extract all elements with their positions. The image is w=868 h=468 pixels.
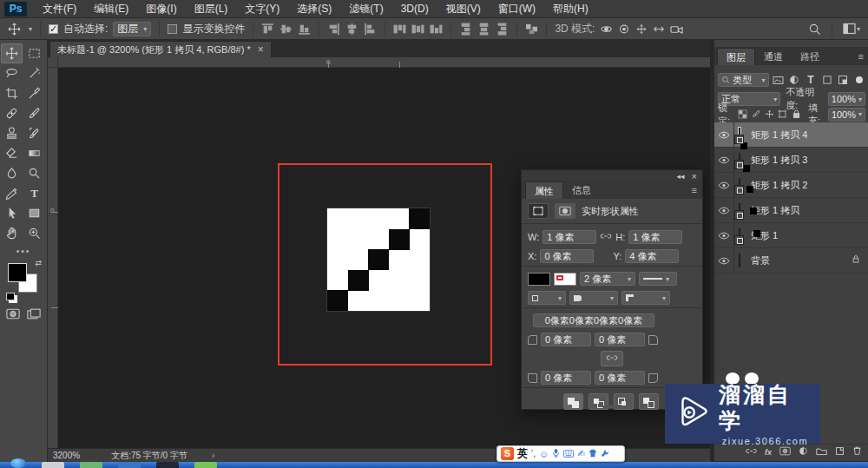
mask-properties-icon[interactable] xyxy=(555,203,575,219)
layer-row-rect1-copy2[interactable]: 矩形 1 拷贝 2 xyxy=(714,173,868,198)
rectangle-shape-tool[interactable] xyxy=(23,203,45,223)
stroke-caps-dropdown[interactable]: ▾ xyxy=(569,291,618,305)
screen-mode-icon[interactable] xyxy=(27,308,41,322)
ime-emoji-icon[interactable]: ☺ xyxy=(539,449,549,459)
lock-transparency-icon[interactable] xyxy=(738,109,747,121)
ime-punctuation-toggle[interactable]: ’, xyxy=(531,449,536,458)
blur-tool[interactable] xyxy=(1,163,23,183)
new-group-icon[interactable] xyxy=(816,446,827,458)
pathop-exclude-button[interactable] xyxy=(639,393,659,410)
layer-name[interactable]: 矩形 1 拷贝 3 xyxy=(751,154,807,167)
filter-type-layers-icon[interactable]: T xyxy=(805,74,818,86)
lasso-tool[interactable] xyxy=(1,63,23,83)
lock-artboard-icon[interactable] xyxy=(778,109,787,121)
height-field[interactable]: 1 像素 xyxy=(628,230,682,244)
filter-adjustment-layers-icon[interactable] xyxy=(788,74,801,86)
close-panel-icon[interactable]: × xyxy=(692,171,697,181)
document-preview[interactable] xyxy=(327,208,430,311)
swap-colors-icon[interactable]: ⇄ xyxy=(35,259,42,267)
layer-thumbnail[interactable] xyxy=(739,254,740,267)
eyedropper-tool[interactable] xyxy=(23,83,45,103)
auto-select-checkbox[interactable] xyxy=(49,24,58,34)
layer-name[interactable]: 矩形 1 拷贝 2 xyxy=(751,179,807,192)
taskbar-app-icon[interactable] xyxy=(156,462,179,468)
marquee-tool[interactable] xyxy=(23,43,45,63)
radius-top-left-field[interactable]: 0 像素 xyxy=(541,333,591,346)
filter-smart-objects-icon[interactable] xyxy=(837,74,850,86)
layer-name[interactable]: 背景 xyxy=(751,254,770,267)
ime-language-toggle[interactable]: 英 xyxy=(517,446,528,461)
history-brush-tool[interactable] xyxy=(23,123,45,143)
visibility-toggle[interactable] xyxy=(714,122,734,147)
status-chevron-icon[interactable]: › xyxy=(212,451,214,460)
tab-channels[interactable]: 通道 xyxy=(755,48,792,65)
clone-stamp-tool[interactable] xyxy=(1,123,23,143)
stroke-align-dropdown[interactable]: ▾ xyxy=(528,291,566,305)
3d-camera-icon[interactable] xyxy=(670,23,683,35)
auto-select-dropdown[interactable]: 图层▾ xyxy=(113,22,151,36)
link-layers-icon[interactable] xyxy=(746,446,757,458)
layer-row-background[interactable]: 背景 xyxy=(714,248,868,274)
adjustment-layer-icon[interactable] xyxy=(799,446,808,458)
visibility-toggle[interactable] xyxy=(714,248,734,273)
start-button[interactable] xyxy=(10,458,26,468)
fill-color-swatch[interactable] xyxy=(528,273,550,286)
lock-all-icon[interactable] xyxy=(792,109,801,121)
x-field[interactable]: 0 像素 xyxy=(540,249,594,263)
menu-layer[interactable]: 图层(L) xyxy=(186,0,237,18)
layer-row-rect1-copy[interactable]: 矩形 1 拷贝 xyxy=(714,198,868,223)
tab-info[interactable]: 信息 xyxy=(563,181,600,199)
menu-image[interactable]: 图像(I) xyxy=(137,0,185,18)
hand-tool[interactable] xyxy=(1,223,23,243)
lock-pixels-icon[interactable] xyxy=(751,109,760,121)
windows-taskbar[interactable] xyxy=(0,462,868,468)
pathop-combine-button[interactable] xyxy=(563,393,583,410)
radius-bottom-left-field[interactable]: 0 像素 xyxy=(541,371,591,385)
fill-field[interactable]: 100%▾ xyxy=(828,108,865,122)
align-right-icon[interactable] xyxy=(365,23,376,36)
radius-top-right-field[interactable]: 0 像素 xyxy=(595,333,645,346)
ime-handwriting-icon[interactable]: ✍ xyxy=(577,448,585,459)
search-icon[interactable] xyxy=(806,22,824,36)
3d-roll-icon[interactable] xyxy=(618,23,630,35)
align-vcenter-icon[interactable] xyxy=(279,23,293,35)
distribute-vcenter-icon[interactable] xyxy=(411,23,424,35)
delete-layer-icon[interactable] xyxy=(852,445,862,458)
menu-filter[interactable]: 滤镜(T) xyxy=(340,0,391,18)
foreground-color-swatch[interactable] xyxy=(8,263,27,282)
link-radii-button[interactable] xyxy=(601,351,623,366)
stroke-width-dropdown[interactable]: 2 像素▾ xyxy=(580,272,635,286)
lock-position-icon[interactable] xyxy=(765,109,774,121)
menu-view[interactable]: 视图(V) xyxy=(437,0,490,18)
auto-align-icon[interactable] xyxy=(525,23,538,35)
zoom-tool[interactable] xyxy=(23,223,45,243)
collapse-panel-icon[interactable]: ◂◂ xyxy=(677,172,685,181)
align-left-icon[interactable] xyxy=(328,23,339,36)
width-field[interactable]: 1 像素 xyxy=(542,230,596,244)
menu-edit[interactable]: 编辑(E) xyxy=(85,0,137,18)
menu-type[interactable]: 文字(Y) xyxy=(236,0,288,18)
type-tool[interactable]: T xyxy=(23,183,45,203)
distribute-top-icon[interactable] xyxy=(393,23,406,35)
path-selection-tool[interactable] xyxy=(1,203,23,223)
taskbar-app-icon[interactable] xyxy=(42,462,64,468)
layer-name[interactable]: 矩形 1 拷贝 4 xyxy=(751,129,807,142)
taskbar-app-icon[interactable] xyxy=(194,462,217,468)
3d-pan-icon[interactable] xyxy=(635,23,648,35)
ime-voice-icon[interactable] xyxy=(552,448,560,459)
panel-resize-grip[interactable] xyxy=(602,405,621,408)
workspace-switcher-icon[interactable]: ▾ xyxy=(840,22,863,36)
stroke-color-swatch[interactable] xyxy=(554,273,576,286)
ime-toolbox-icon[interactable] xyxy=(601,449,609,459)
distribute-hcenter-icon[interactable] xyxy=(478,23,490,36)
tab-layers[interactable]: 图层 xyxy=(717,48,755,65)
taskbar-app-icon[interactable] xyxy=(80,462,102,468)
filter-toggle-icon[interactable] xyxy=(852,74,865,86)
menu-3d[interactable]: 3D(D) xyxy=(392,0,437,18)
tab-properties[interactable]: 属性 xyxy=(525,181,563,199)
3d-slide-icon[interactable] xyxy=(653,23,665,35)
brush-tool[interactable] xyxy=(23,103,45,123)
visibility-toggle[interactable] xyxy=(714,173,734,197)
distribute-bottom-icon[interactable] xyxy=(430,23,443,35)
layer-row-rect1-copy4[interactable]: 矩形 1 拷贝 4 xyxy=(714,122,868,148)
